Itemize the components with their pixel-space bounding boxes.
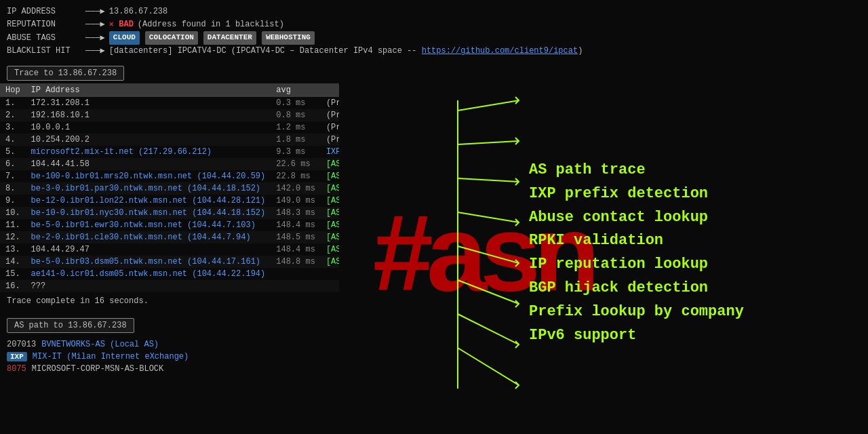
rep-label: REPUTATION — [7, 18, 81, 31]
hop-ip: be-2-0.ibr01.cle30.ntwk.msn.net (104.44.… — [26, 231, 271, 243]
hop-note: (Private network) — [321, 134, 339, 146]
hop-ip: be-3-0.ibr01.par30.ntwk.msn.net (104.44.… — [26, 182, 271, 195]
right-panel: #asn — [339, 63, 868, 434]
ip-label: IP ADDRESS — [7, 5, 81, 18]
feature-item: IPv6 support — [529, 326, 744, 347]
rep-bad: ✕ BAD — [109, 18, 134, 31]
local-as-name: BVNETWORKS-AS (Local AS) — [41, 340, 159, 349]
table-row: 16.??? — [0, 280, 339, 292]
hop-link[interactable]: ae141-0.icr01.dsm05.ntwk.msn.net (104.44… — [31, 269, 266, 279]
table-row: 3.10.0.0.11.2 ms(Private network) — [0, 121, 339, 134]
hop-note: (Private network) — [321, 97, 339, 109]
ixp-name: MIX-IT (Milan Internet eXchange) — [33, 352, 189, 361]
col-hop: Hop — [0, 83, 26, 97]
feature-list: AS path traceIXP prefix detectionAbuse c… — [529, 160, 744, 346]
hop-note: [AS8075] MICROSOFT-CORP-MSN-AS-BLOCK, US — [321, 195, 339, 207]
hop-ip: 104.44.41.58 — [26, 158, 271, 170]
hop-link[interactable]: be-3-0.ibr01.par30.ntwk.msn.net (104.44.… — [31, 184, 260, 193]
trace-button[interactable]: Trace to 13.86.67.238 — [7, 66, 124, 81]
hop-ms: 148.4 ms — [271, 243, 321, 256]
hop-note: [AS8075] MICROSOFT-CORP-MSN-AS-BLOCK, US — [321, 243, 339, 256]
hop-number: 7. — [0, 170, 26, 182]
col-avg: avg — [271, 83, 321, 97]
hop-ms: 1.2 ms — [271, 121, 321, 134]
col-note — [321, 83, 339, 97]
hop-ms: 0.8 ms — [271, 109, 321, 121]
hop-ms: 148.8 ms — [271, 256, 321, 268]
hop-ip: ??? — [26, 280, 271, 292]
hop-number: 14. — [0, 256, 26, 268]
feature-item: RPKI validation — [529, 231, 744, 252]
table-row: 2.192.168.10.10.8 ms(Private network) — [0, 109, 339, 121]
trace-body: 1.172.31.208.10.3 ms(Private network)2.1… — [0, 97, 339, 292]
tags-arrow: ———▶ — [85, 32, 105, 45]
hop-number: 4. — [0, 134, 26, 146]
hop-number: 16. — [0, 280, 26, 292]
tag-colocation: COLOCATION — [145, 31, 198, 45]
col-ip: IP Address — [26, 83, 233, 97]
left-panel: Trace to 13.86.67.238 Hop IP Address avg… — [0, 63, 339, 434]
blacklist-link[interactable]: https://github.com/client9/ipcat — [422, 46, 578, 56]
hop-number: 12. — [0, 231, 26, 243]
hop-note: [AS8075] MICROSOFT-CORP-MSN-AS-BLOCK, US — [321, 170, 339, 182]
remote-asn: 8075 — [7, 364, 26, 374]
blacklist-value: [datacenters] IPCATV4-DC (IPCATV4-DC – D… — [109, 45, 583, 58]
trace-header-row: Hop IP Address avg — [0, 83, 339, 97]
table-row: 11.be-5-0.ibr01.ewr30.ntwk.msn.net (104.… — [0, 219, 339, 231]
feature-item: Abuse contact lookup — [529, 208, 744, 229]
svg-line-6 — [458, 314, 519, 344]
table-row: 10.be-10-0.ibr01.nyc30.ntwk.msn.net (104… — [0, 207, 339, 219]
remote-as-name: MICROSOFT-CORP-MSN-AS-BLOCK — [32, 364, 163, 374]
hop-link[interactable]: be-2-0.ibr01.cle30.ntwk.msn.net (104.44.… — [31, 233, 251, 242]
tag-webhosting: WEBHOSTING — [262, 31, 315, 45]
hop-link[interactable]: be-12-0.ibr01.lon22.ntwk.msn.net (104.44… — [31, 196, 266, 205]
local-as-row: 207013 BVNETWORKS-AS (Local AS) — [7, 338, 332, 351]
hop-ms: 22.6 ms — [271, 158, 321, 170]
hop-ms: 22.8 ms — [271, 170, 321, 182]
table-row: 9.be-12-0.ibr01.lon22.ntwk.msn.net (104.… — [0, 195, 339, 207]
hop-number: 11. — [0, 219, 26, 231]
table-row: 7.be-100-0.ibr01.mrs20.ntwk.msn.net (104… — [0, 170, 339, 182]
hop-number: 5. — [0, 146, 26, 158]
hop-note: [AS8075] MICROSOFT-CORP-MSN-AS-BLOCK, US — [321, 207, 339, 219]
table-row: 14.be-5-0.ibr03.dsm05.ntwk.msn.net (104.… — [0, 256, 339, 268]
hop-ip: 172.31.208.1 — [26, 97, 271, 109]
hop-note: IXP eXchange — [321, 146, 339, 158]
divider-1 — [0, 310, 339, 315]
ixp-badge: IXP — [7, 352, 27, 361]
ip-arrow: ———▶ — [85, 5, 105, 18]
hop-number: 6. — [0, 158, 26, 170]
hop-ip: be-10-0.ibr01.nyc30.ntwk.msn.net (104.44… — [26, 207, 271, 219]
hop-ms: 148.3 ms — [271, 207, 321, 219]
table-row: 15.ae141-0.icr01.dsm05.ntwk.msn.net (104… — [0, 268, 339, 280]
hop-ip: 104.44.29.47 — [26, 243, 271, 256]
table-row: 5.microsoft2.mix-it.net (217.29.66.212)9… — [0, 146, 339, 158]
feature-item: BGP hijack detection — [529, 278, 744, 299]
hop-note: [AS8075] MICROSOFT-CORP-MSN-AS-BLOCK, US — [321, 182, 339, 195]
hop-link[interactable]: be-5-0.ibr01.ewr30.ntwk.msn.net (104.44.… — [31, 220, 256, 230]
hop-number: 8. — [0, 182, 26, 195]
hop-note: (Private network) — [321, 109, 339, 121]
trace-complete: Trace complete in 16 seconds. — [0, 292, 339, 310]
hop-link[interactable]: be-10-0.ibr01.nyc30.ntwk.msn.net (104.44… — [31, 208, 266, 218]
svg-line-1 — [458, 141, 519, 144]
blacklist-row: BLACKLIST HIT ———▶ [datacenters] IPCATV4… — [7, 45, 861, 58]
tag-cloud: CLOUD — [109, 31, 140, 45]
table-row: 12.be-2-0.ibr01.cle30.ntwk.msn.net (104.… — [0, 231, 339, 243]
as-path-button[interactable]: AS path to 13.86.67.238 — [7, 318, 134, 333]
ip-value: 13.86.67.238 — [109, 5, 167, 18]
feature-item: AS path trace — [529, 160, 744, 181]
hop-number: 15. — [0, 268, 26, 280]
hop-link[interactable]: microsoft2.mix-it.net (217.29.66.212) — [31, 147, 212, 157]
top-section: IP ADDRESS ———▶ 13.86.67.238 REPUTATION … — [0, 0, 868, 63]
hop-ms — [271, 268, 321, 280]
hop-ms — [271, 280, 321, 292]
feature-item: IXP prefix detection — [529, 184, 744, 205]
ixp-row: IXP MIX-IT (Milan Internet eXchange) — [7, 351, 332, 363]
hop-link[interactable]: be-5-0.ibr03.dsm05.ntwk.msn.net (104.44.… — [31, 257, 260, 267]
hop-note: (Private network) — [321, 121, 339, 134]
hop-note: [AS8075] MICROSOFT-CORP-MSN-AS-BLOCK, US — [321, 219, 339, 231]
hop-number: 9. — [0, 195, 26, 207]
hop-ms: 148.4 ms — [271, 219, 321, 231]
hop-link[interactable]: be-100-0.ibr01.mrs20.ntwk.msn.net (104.4… — [31, 172, 266, 181]
